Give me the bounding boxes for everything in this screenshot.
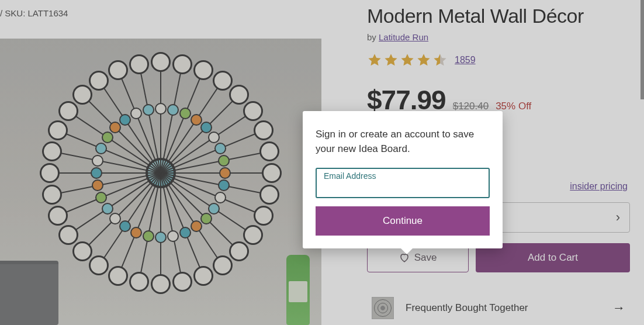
star-icon bbox=[400, 53, 415, 68]
save-button-label: Save bbox=[414, 252, 437, 264]
sku-value: LATT1634 bbox=[28, 8, 68, 18]
star-icon bbox=[432, 53, 448, 68]
product-title: Modern Metal Wall Décor bbox=[367, 5, 630, 27]
continue-button[interactable]: Continue bbox=[316, 206, 490, 236]
product-image[interactable] bbox=[0, 39, 321, 325]
email-label: Email Address bbox=[324, 171, 376, 181]
by-prefix: by bbox=[367, 32, 379, 42]
review-count-link[interactable]: 1859 bbox=[455, 55, 476, 65]
chevron-right-icon: › bbox=[616, 210, 620, 225]
modal-message: Sign in or create an account to save you… bbox=[316, 127, 490, 156]
discount-label: 35% Off bbox=[496, 101, 531, 112]
scrollbar[interactable] bbox=[640, 0, 644, 99]
sku-breadcrumb: / SKU: LATT1634 bbox=[0, 8, 68, 18]
brand-link[interactable]: Latitude Run bbox=[379, 32, 428, 42]
bottle-decoration bbox=[286, 255, 310, 325]
signin-modal: Sign in or create an account to save you… bbox=[303, 111, 503, 248]
arrow-right-icon: → bbox=[612, 300, 625, 316]
table-edge bbox=[0, 261, 58, 325]
rating-stars[interactable] bbox=[367, 53, 448, 68]
fbt-thumbnail bbox=[372, 297, 394, 319]
frequently-bought-row[interactable]: Frequently Bought Together → bbox=[367, 290, 630, 325]
fbt-label: Frequently Bought Together bbox=[406, 302, 528, 314]
insider-pricing-link[interactable]: insider pricing bbox=[570, 181, 628, 191]
star-icon bbox=[367, 53, 382, 68]
original-price: $120.40 bbox=[453, 101, 489, 112]
star-icon bbox=[416, 53, 431, 68]
star-icon bbox=[383, 53, 399, 68]
sku-slash: / SKU: bbox=[0, 8, 28, 18]
byline: by Latitude Run bbox=[367, 32, 630, 42]
